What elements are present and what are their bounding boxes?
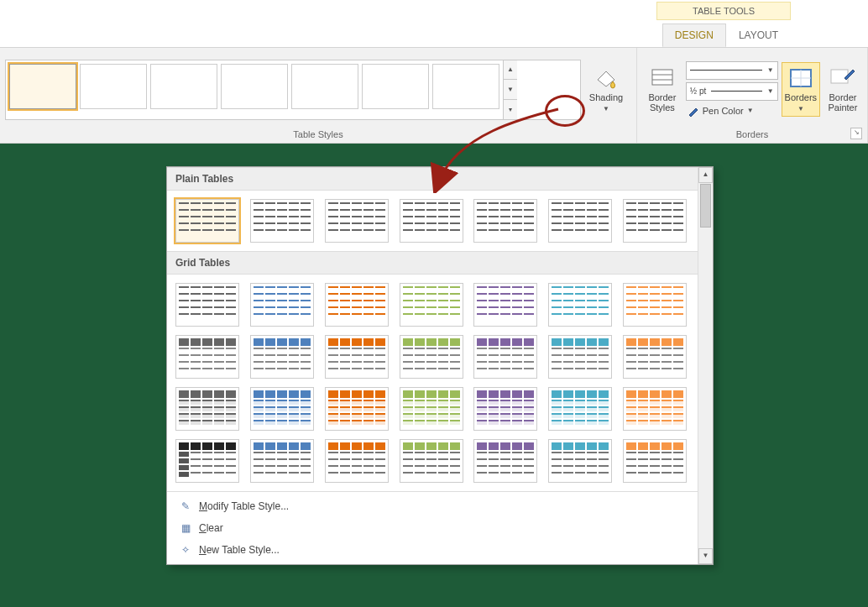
- new-table-style-item[interactable]: ✧ New Table Style...: [167, 539, 698, 561]
- plain-table-style-5[interactable]: [548, 199, 612, 243]
- line-style-dropdown[interactable]: ▼: [686, 61, 778, 80]
- pen-color-dropdown[interactable]: Pen Color ▼: [686, 103, 778, 118]
- grid-table-style-r0-c2[interactable]: [325, 283, 389, 327]
- table-styles-row: [6, 60, 503, 119]
- grid-table-style-r2-c1[interactable]: [250, 387, 314, 431]
- new-icon: ✧: [179, 543, 192, 557]
- grid-table-style-r3-c0[interactable]: [175, 439, 239, 483]
- grid-table-style-r2-c2[interactable]: [325, 387, 389, 431]
- grid-table-style-r0-c3[interactable]: [400, 283, 463, 327]
- grid-table-style-r0-c0[interactable]: [175, 283, 239, 327]
- grid-table-style-r3-c4[interactable]: [473, 439, 537, 483]
- pen-icon: [688, 105, 699, 117]
- gallery-scroll-down[interactable]: ▼: [504, 80, 517, 100]
- grid-table-style-r0-c4[interactable]: [473, 283, 537, 327]
- grid-table-style-r1-c5[interactable]: [548, 335, 612, 379]
- borders-label: Borders: [785, 92, 818, 102]
- grid-table-style-r3-c5[interactable]: [548, 439, 612, 483]
- group-label-borders: Borders ↘: [642, 128, 862, 143]
- contextual-tab-label: TABLE TOOLS: [656, 2, 791, 20]
- ribbon-table-style-1[interactable]: [80, 64, 147, 109]
- plain-tables-grid: [167, 191, 698, 251]
- shading-label: Shading: [589, 92, 623, 102]
- ribbon-table-style-0[interactable]: [9, 64, 76, 109]
- gallery-scrollbar[interactable]: ▲ ▼: [698, 167, 713, 564]
- plain-table-style-3[interactable]: [400, 199, 463, 243]
- pen-color-label: Pen Color: [703, 106, 744, 116]
- grid-tables-grid: [167, 275, 698, 491]
- grid-table-style-r2-c4[interactable]: [473, 387, 537, 431]
- tab-strip: TABLE TOOLS DESIGN LAYOUT: [0, 0, 868, 47]
- plain-table-style-1[interactable]: [250, 199, 314, 243]
- gallery-section-plain: Plain Tables: [167, 167, 698, 191]
- grid-table-style-r1-c0[interactable]: [175, 335, 239, 379]
- borders-dialog-launcher[interactable]: ↘: [850, 128, 862, 139]
- table-styles-dropdown: Plain Tables Grid Tables ✎ Modify Table …: [166, 166, 714, 565]
- border-painter-icon: [829, 66, 856, 90]
- modify-table-style-item[interactable]: ✎ Modify Table Style...: [167, 495, 698, 517]
- borders-icon: [787, 66, 814, 90]
- border-painter-button[interactable]: Border Painter: [824, 62, 862, 117]
- chevron-down-icon: ▼: [603, 105, 609, 113]
- scrollbar-thumb[interactable]: [700, 184, 711, 228]
- line-weight-value: ½ pt: [690, 86, 706, 96]
- plain-table-style-4[interactable]: [473, 199, 537, 243]
- gallery-scroll-up[interactable]: ▲: [504, 60, 517, 81]
- line-style-preview: [690, 70, 762, 71]
- tab-layout[interactable]: LAYOUT: [726, 24, 791, 47]
- grid-table-style-r1-c2[interactable]: [325, 335, 389, 379]
- grid-table-style-r3-c6[interactable]: [623, 439, 687, 483]
- plain-table-style-0[interactable]: [175, 199, 239, 243]
- chevron-down-icon: ▼: [767, 87, 774, 95]
- plain-table-style-2[interactable]: [325, 199, 389, 243]
- grid-table-style-r1-c6[interactable]: [623, 335, 687, 379]
- group-label-table-styles: Table Styles: [5, 128, 631, 143]
- ribbon-table-style-5[interactable]: [362, 64, 429, 109]
- clear-item[interactable]: ▦ Clear: [167, 517, 698, 539]
- gallery-footer: ✎ Modify Table Style... ▦ Clear ✧ New Ta…: [167, 491, 698, 564]
- grid-table-style-r2-c0[interactable]: [175, 387, 239, 431]
- chevron-down-icon: ▼: [797, 105, 804, 113]
- ribbon: TABLE TOOLS DESIGN LAYOUT ▲ ▼ ▾: [0, 0, 868, 144]
- border-styles-button[interactable]: Border Styles: [642, 62, 682, 117]
- grid-table-style-r3-c1[interactable]: [250, 439, 314, 483]
- gallery-section-grid: Grid Tables: [167, 251, 698, 275]
- ribbon-table-style-2[interactable]: [150, 64, 217, 109]
- grid-table-style-r3-c3[interactable]: [400, 439, 463, 483]
- gallery-spinner: ▲ ▼ ▾: [503, 60, 517, 119]
- ribbon-body: ▲ ▼ ▾ Shading ▼ Table Styles: [0, 47, 868, 143]
- chevron-down-icon: ▼: [767, 66, 774, 74]
- grid-table-style-r2-c6[interactable]: [623, 387, 687, 431]
- grid-table-style-r3-c2[interactable]: [325, 439, 389, 483]
- line-weight-preview: [711, 91, 762, 92]
- gallery-expand-button[interactable]: ▾: [504, 100, 517, 119]
- shading-button[interactable]: Shading ▼: [581, 62, 631, 117]
- modify-icon: ✎: [179, 500, 192, 513]
- grid-table-style-r2-c3[interactable]: [400, 387, 463, 431]
- border-styles-label: Border Styles: [648, 92, 676, 113]
- clear-icon: ▦: [179, 521, 192, 535]
- border-painter-label: Border Painter: [829, 92, 858, 113]
- svg-rect-0: [652, 70, 672, 85]
- grid-table-style-r0-c6[interactable]: [623, 283, 687, 327]
- grid-table-style-r1-c3[interactable]: [400, 335, 463, 379]
- table-styles-gallery: ▲ ▼ ▾: [5, 60, 581, 120]
- ribbon-table-style-3[interactable]: [221, 64, 288, 109]
- scrollbar-up[interactable]: ▲: [698, 167, 713, 183]
- ribbon-table-style-6[interactable]: [432, 64, 499, 109]
- borders-button[interactable]: Borders ▼: [782, 62, 820, 117]
- grid-table-style-r2-c5[interactable]: [548, 387, 612, 431]
- chevron-down-icon: ▼: [747, 107, 754, 114]
- bucket-icon: [593, 66, 620, 90]
- grid-table-style-r1-c4[interactable]: [473, 335, 537, 379]
- plain-table-style-6[interactable]: [623, 199, 687, 243]
- ribbon-table-style-4[interactable]: [291, 64, 358, 109]
- grid-table-style-r1-c1[interactable]: [250, 335, 314, 379]
- grid-table-style-r0-c5[interactable]: [548, 283, 612, 327]
- grid-table-style-r0-c1[interactable]: [250, 283, 314, 327]
- tab-design[interactable]: DESIGN: [662, 24, 726, 47]
- svg-rect-6: [831, 70, 848, 83]
- line-weight-dropdown[interactable]: ½ pt ▼: [686, 82, 778, 101]
- border-styles-icon: [649, 66, 676, 90]
- scrollbar-down[interactable]: ▼: [698, 548, 713, 564]
